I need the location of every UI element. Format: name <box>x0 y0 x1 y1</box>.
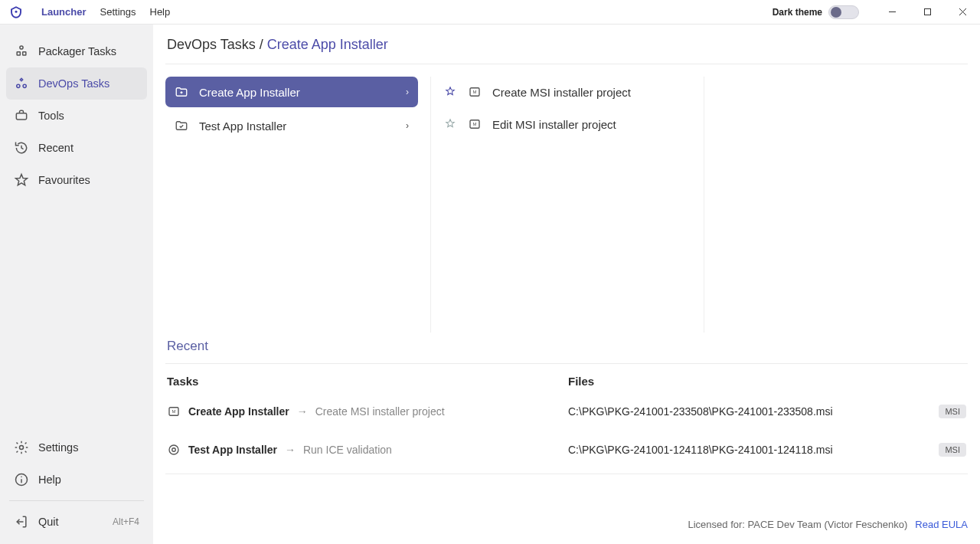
task-create-app-installer[interactable]: Create App Installer › <box>165 77 418 107</box>
msi-icon: M <box>468 117 482 131</box>
msi-icon: M <box>167 405 181 418</box>
svg-line-4 <box>959 8 966 15</box>
svg-marker-11 <box>16 175 28 185</box>
folder-plus-icon <box>175 85 188 99</box>
star-icon <box>14 172 29 188</box>
recent-tasks-title: Tasks <box>165 375 567 388</box>
arrow-right-icon: → <box>297 405 308 418</box>
task-category-column: Create App Installer › Test App Installe… <box>165 77 430 333</box>
gear-icon <box>14 440 29 455</box>
svg-rect-7 <box>23 52 26 55</box>
recent-icon <box>14 140 29 156</box>
recent-header: Recent <box>165 336 968 364</box>
action-label: Edit MSI installer project <box>492 118 616 131</box>
recent-task-row[interactable]: Test App Installer → Run ICE validation <box>165 440 567 460</box>
svg-point-0 <box>15 10 18 12</box>
task-action-column: M Create MSI installer project M Edit MS… <box>430 77 704 333</box>
recent-divider <box>165 474 968 474</box>
sidebar-help[interactable]: Help <box>6 464 147 496</box>
sidebar-item-label: DevOps Tasks <box>38 77 109 90</box>
recent-columns: Tasks M Create App Installer → Create MS… <box>165 375 968 478</box>
app-title: Launcher <box>41 6 87 18</box>
svg-rect-2 <box>924 9 930 15</box>
sidebar-item-devops-tasks[interactable]: DevOps Tasks <box>6 67 147 100</box>
sidebar-settings[interactable]: Settings <box>6 431 147 464</box>
arrow-right-icon: → <box>285 444 296 456</box>
task-label: Test App Installer <box>199 120 286 133</box>
task-test-app-installer[interactable]: Test App Installer › <box>165 110 418 141</box>
recent-file-row[interactable]: C:\PKG\PKG-241001-124118\PKG-241001-1241… <box>567 440 968 460</box>
action-edit-msi-project[interactable]: M Edit MSI installer project <box>443 109 691 139</box>
sidebar-item-label: Tools <box>38 110 64 122</box>
breadcrumb-sep: / <box>260 37 263 52</box>
license-text: Licensed for: PACE Dev Team (Victor Fesc… <box>688 519 907 530</box>
recent-task-name: Create App Installer <box>188 405 289 418</box>
recent-task-name: Test App Installer <box>188 444 277 456</box>
app-body: Packager Tasks DevOps Tasks Tools Recent… <box>0 25 980 544</box>
chevron-right-icon: › <box>406 120 409 131</box>
sidebar-item-recent[interactable]: Recent <box>6 132 147 164</box>
sidebar-item-label: Recent <box>38 142 74 154</box>
star-icon[interactable] <box>445 118 457 131</box>
svg-text:M: M <box>473 122 477 126</box>
titlebar-left: Launcher Settings Help <box>9 5 170 19</box>
recent-files-title: Files <box>567 375 968 388</box>
sidebar-quit[interactable]: Quit Alt+F4 <box>6 506 147 538</box>
dark-theme-control: Dark theme <box>773 5 859 19</box>
breadcrumb: DevOps Tasks / Create App Installer <box>165 35 968 64</box>
window-minimize-button[interactable] <box>874 0 910 25</box>
svg-point-28 <box>172 448 176 452</box>
task-detail-column <box>704 77 968 333</box>
footer: Licensed for: PACE Dev Team (Victor Fesc… <box>165 505 968 544</box>
recent-files-column: Files C:\PKG\PKG-241001-233508\PKG-24100… <box>567 375 968 478</box>
target-icon <box>167 443 181 457</box>
breadcrumb-current: Create App Installer <box>267 37 388 52</box>
read-eula-link[interactable]: Read EULA <box>915 519 968 530</box>
chevron-right-icon: › <box>406 87 409 97</box>
breadcrumb-parent[interactable]: DevOps Tasks <box>167 37 256 52</box>
svg-point-27 <box>169 445 178 454</box>
svg-point-15 <box>21 476 22 477</box>
sidebar-item-packager-tasks[interactable]: Packager Tasks <box>6 35 147 67</box>
star-icon[interactable] <box>445 86 457 99</box>
file-type-badge: MSI <box>939 443 966 457</box>
svg-marker-19 <box>446 87 455 94</box>
file-type-badge: MSI <box>939 405 966 418</box>
recent-task-sub: Run ICE validation <box>303 444 392 456</box>
recent-tasks-column: Tasks M Create App Installer → Create MS… <box>165 375 567 478</box>
app-logo-icon <box>9 5 23 19</box>
dark-theme-label: Dark theme <box>773 7 822 18</box>
window-maximize-button[interactable] <box>910 0 945 25</box>
tools-icon <box>14 108 29 123</box>
sidebar-item-label: Packager Tasks <box>38 45 116 57</box>
titlebar-right: Dark theme <box>773 0 980 25</box>
menu-settings[interactable]: Settings <box>100 6 136 18</box>
window-close-button[interactable] <box>945 0 980 25</box>
menu-help[interactable]: Help <box>150 6 171 18</box>
sidebar-divider <box>9 500 144 501</box>
svg-point-5 <box>20 46 23 49</box>
sidebar-item-label: Settings <box>38 441 78 454</box>
svg-point-12 <box>20 446 24 450</box>
sidebar: Packager Tasks DevOps Tasks Tools Recent… <box>0 25 153 544</box>
svg-line-3 <box>959 8 966 15</box>
task-label: Create App Installer <box>199 86 300 99</box>
sidebar-item-tools[interactable]: Tools <box>6 100 147 132</box>
quit-label: Quit <box>38 516 59 528</box>
titlebar: Launcher Settings Help Dark theme <box>0 0 980 25</box>
msi-icon: M <box>468 85 482 99</box>
action-label: Create MSI installer project <box>492 86 631 99</box>
packager-icon <box>14 44 29 59</box>
info-icon <box>14 472 29 487</box>
recent-file-row[interactable]: C:\PKG\PKG-241001-233508\PKG-241001-2335… <box>567 401 968 421</box>
sidebar-item-favourites[interactable]: Favourites <box>6 164 147 196</box>
svg-text:M: M <box>473 90 477 94</box>
svg-rect-6 <box>17 52 20 55</box>
recent-task-row[interactable]: M Create App Installer → Create MSI inst… <box>165 401 567 421</box>
dark-theme-toggle[interactable] <box>828 5 859 19</box>
recent-file-path: C:\PKG\PKG-241001-233508\PKG-241001-2335… <box>568 405 833 418</box>
action-create-msi-project[interactable]: M Create MSI installer project <box>443 77 691 107</box>
sidebar-item-label: Favourites <box>38 174 90 186</box>
svg-rect-10 <box>16 113 26 120</box>
svg-point-9 <box>23 84 26 87</box>
